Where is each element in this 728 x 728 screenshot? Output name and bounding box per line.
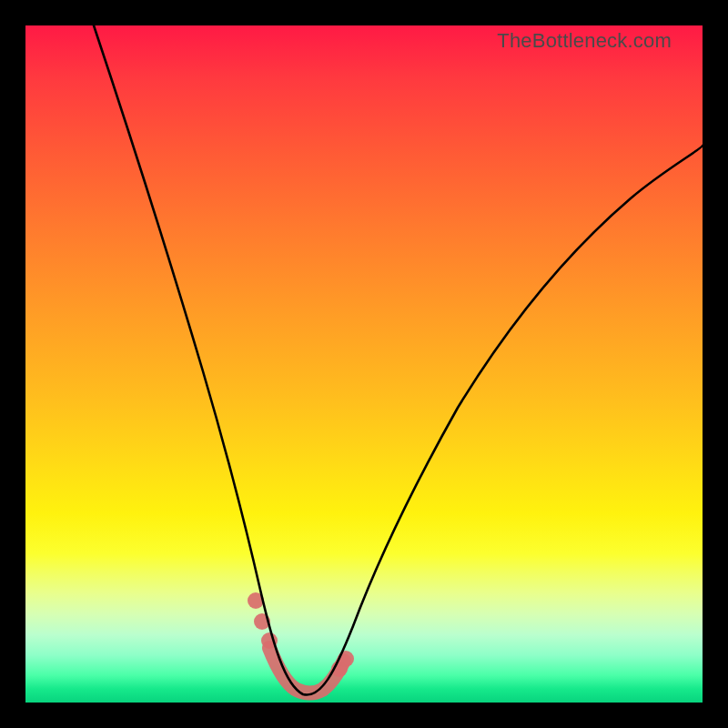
bottleneck-curve: [25, 25, 703, 703]
chart-frame: TheBottleneck.com: [0, 0, 728, 728]
bottleneck-curve-line: [94, 25, 703, 695]
chart-plot-area: TheBottleneck.com: [25, 25, 703, 703]
